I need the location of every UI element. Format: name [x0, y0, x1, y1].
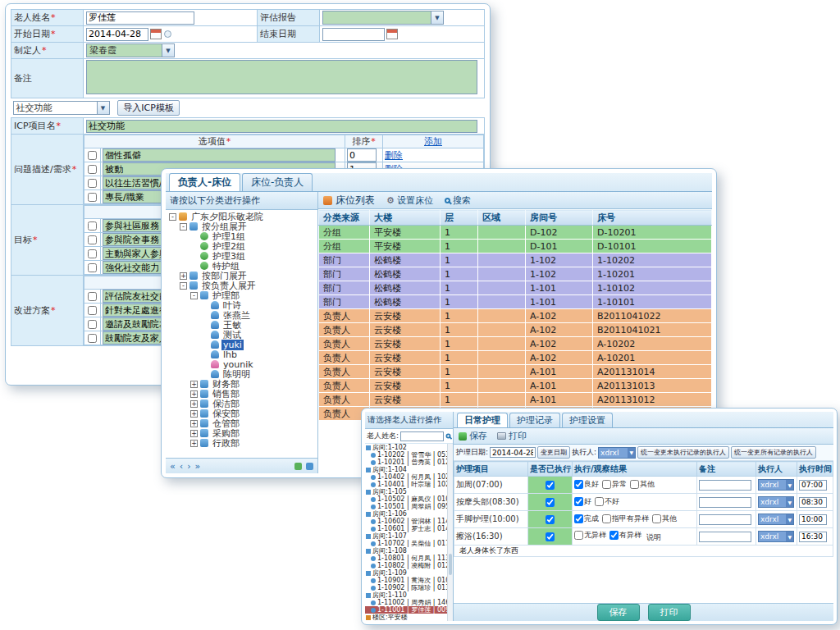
result-option-checkbox[interactable]	[652, 514, 661, 523]
room-item[interactable]: 房间:1-108	[365, 547, 447, 555]
add-option-link[interactable]: 添加	[424, 136, 442, 147]
expand-icon[interactable]: +	[190, 381, 198, 388]
result-option-checkbox[interactable]	[574, 514, 583, 523]
executed-checkbox[interactable]	[546, 481, 555, 490]
bed-row[interactable]: 负责人云安楼1A-101A201131012	[319, 393, 712, 407]
last-page-icon[interactable]: »	[195, 462, 201, 471]
resident-item[interactable]: 1-10501 | 周翠娟 | 0958	[365, 503, 447, 510]
care-note-input[interactable]	[699, 497, 751, 508]
change-date-button[interactable]: 变更日期	[537, 446, 570, 459]
elder-name-input[interactable]	[86, 11, 194, 25]
tree-node[interactable]: +保洁部	[167, 399, 317, 409]
resident-item[interactable]: 1-10402 | 何月凤 | 102	[365, 473, 447, 481]
import-icp-template-button[interactable]: 导入ICP模板	[117, 100, 180, 116]
resident-item[interactable]: 1-11002 | 周秀娟 | 146	[365, 599, 447, 606]
bed-row[interactable]: 部门松鹤楼11-1021-10202	[319, 253, 712, 267]
executed-checkbox[interactable]	[546, 515, 555, 524]
resident-item[interactable]: 1-10901 | 黄海次 | 010	[365, 577, 447, 584]
result-option-checkbox[interactable]	[595, 497, 604, 506]
bed-row[interactable]: 负责人云安楼1A-102A-10202	[319, 337, 712, 351]
collapse-icon[interactable]: -	[180, 282, 187, 290]
icp-name-input[interactable]	[86, 120, 477, 133]
creator-select[interactable]: 梁春霞 ▼	[86, 43, 175, 57]
calendar-icon[interactable]	[386, 29, 398, 39]
result-option-checkbox[interactable]	[630, 480, 639, 489]
building-item[interactable]: 楼区:平安楼	[365, 614, 447, 621]
result-option-checkbox[interactable]	[602, 514, 611, 523]
tree-node[interactable]: +销售部	[167, 389, 317, 399]
bed-row[interactable]: 部门松鹤楼11-1021-10201	[319, 267, 712, 281]
expand-icon[interactable]: +	[190, 400, 198, 408]
expand-icon[interactable]: +	[190, 420, 198, 427]
tree-node[interactable]: +行政部	[167, 438, 317, 448]
care-note-input[interactable]	[699, 514, 751, 525]
care-date-input[interactable]	[490, 447, 536, 458]
option-checkbox[interactable]	[88, 249, 97, 258]
collapse-icon[interactable]: -	[190, 292, 198, 299]
collapse-icon[interactable]: -	[169, 213, 176, 221]
tree-node[interactable]: lhb	[167, 349, 317, 359]
clear-date-icon[interactable]	[164, 30, 171, 38]
room-item[interactable]: 房间:1-104	[365, 466, 447, 473]
refresh-icon[interactable]	[294, 463, 302, 470]
resident-item[interactable]: 1-10502 | 麻凤仪 | 0106	[365, 495, 447, 503]
next-page-icon[interactable]: ›	[187, 462, 190, 471]
care-note-input[interactable]	[699, 532, 751, 542]
calendar-icon[interactable]	[150, 29, 162, 39]
option-checkbox[interactable]	[88, 165, 97, 174]
report-select[interactable]: ▼	[322, 11, 444, 25]
delete-option-link[interactable]: 删除	[385, 150, 403, 161]
tab-bed-owner[interactable]: 床位-负责人	[242, 173, 313, 191]
bed-row[interactable]: 部门松鹤楼11-1011-10101	[319, 295, 712, 309]
result-option-checkbox[interactable]	[574, 497, 583, 506]
result-option-checkbox[interactable]	[609, 531, 619, 540]
expand-icon[interactable]: +	[180, 272, 187, 280]
executed-checkbox[interactable]	[546, 498, 555, 507]
executor-filter-select[interactable]: xdrxl ▼	[598, 447, 636, 459]
bed-row[interactable]: 负责人云安楼1A-101A201131013	[319, 379, 712, 393]
care-time-input[interactable]	[799, 480, 827, 491]
remark-textarea[interactable]	[86, 60, 477, 94]
option-checkbox[interactable]	[88, 151, 97, 160]
expand-icon[interactable]: +	[190, 440, 198, 447]
option-checkbox[interactable]	[88, 263, 97, 272]
resident-item[interactable]: 1-10702 | 吴柴仙 | 017	[365, 540, 447, 547]
export-icon[interactable]	[306, 463, 313, 470]
resident-item[interactable]: 1-10902 | 陈瑞珍 | 013	[365, 584, 447, 591]
resident-item[interactable]: 1-10401 | 叶宗瑞 | 1021	[365, 481, 447, 488]
option-checkbox[interactable]	[88, 235, 97, 244]
resident-item[interactable]: 1-11001 | 罗佳莲 | 0098	[365, 606, 447, 614]
tab-care-settings[interactable]: 护理设置	[562, 413, 613, 427]
room-item[interactable]: 房间:1-102	[365, 444, 447, 451]
resident-item[interactable]: 1-10801 | 何月凤 | 1131	[365, 555, 447, 562]
care-executor-select[interactable]: xdrxl▼	[758, 479, 794, 491]
resident-list-scrollbar[interactable]	[447, 444, 453, 621]
care-time-input[interactable]	[799, 514, 827, 525]
search-button[interactable]: 搜索	[445, 194, 471, 207]
tab-care-records[interactable]: 护理记录	[509, 413, 560, 427]
room-item[interactable]: 房间:1-107	[365, 532, 447, 540]
batch-change-all-button[interactable]: 统一变更所有记录的执行人	[731, 446, 816, 459]
care-executor-select[interactable]: xdrxl▼	[758, 514, 794, 525]
result-option-checkbox[interactable]	[574, 480, 583, 489]
save-button-bottom[interactable]: 保存	[597, 604, 640, 621]
tree-node[interactable]: +财务部	[167, 379, 317, 389]
collapse-icon[interactable]: -	[180, 223, 187, 231]
tree-node[interactable]: yuki	[167, 340, 317, 349]
tree-node[interactable]: -按负责人展开	[167, 281, 317, 290]
room-item[interactable]: 房间:1-106	[365, 510, 447, 518]
resident-item[interactable]: 1-10202 | 管雪华 | 0530	[365, 451, 447, 459]
expand-icon[interactable]: +	[190, 430, 198, 437]
resident-item[interactable]: 1-10201 | 曾秀英 | 0124	[365, 459, 447, 466]
option-checkbox[interactable]	[88, 179, 97, 188]
print-button[interactable]: 打印	[497, 430, 527, 442]
bed-row[interactable]: 负责人云安楼1A-102B2011041021	[319, 323, 712, 337]
bed-row[interactable]: 部门松鹤楼11-1011-10102	[319, 281, 712, 295]
care-time-input[interactable]	[799, 532, 827, 542]
tree-node[interactable]: +采购部	[167, 428, 317, 438]
room-item[interactable]: 房间:1-105	[365, 488, 447, 495]
bed-row[interactable]: 分组平安楼1D-102D-10201	[319, 226, 712, 240]
option-checkbox[interactable]	[88, 334, 97, 343]
care-note-input[interactable]	[699, 480, 751, 491]
icp-category-select[interactable]: 社交功能 ▼	[13, 101, 110, 115]
